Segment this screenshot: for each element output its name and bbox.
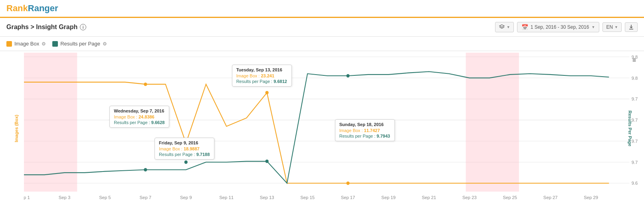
svg-text:Sep 15: Sep 15	[300, 195, 315, 200]
breadcrumb: Graphs > Insight Graph i	[6, 24, 86, 31]
svg-text:Sep 19: Sep 19	[381, 195, 396, 200]
layers-icon	[499, 24, 505, 30]
language-label: EN	[606, 24, 613, 30]
svg-text:Sep 21: Sep 21	[422, 195, 436, 200]
svg-text:9.8: 9.8	[632, 75, 638, 80]
lang-chevron-icon: ▼	[614, 25, 618, 29]
svg-text:Sep 27: Sep 27	[543, 195, 558, 200]
svg-text:Sep 13: Sep 13	[260, 195, 274, 200]
dot-sep13-results	[266, 160, 269, 163]
svg-text:Sep 17: Sep 17	[341, 195, 355, 200]
hamburger-menu-icon[interactable]: ≡	[632, 57, 636, 64]
svg-text:9.7: 9.7	[632, 160, 638, 165]
svg-text:Sep 11: Sep 11	[219, 195, 234, 200]
chevron-down-icon: ▼	[507, 25, 510, 29]
dot-sep7-imagebox	[144, 83, 147, 86]
svg-text:Sep 7: Sep 7	[140, 195, 151, 200]
legend-dot-imagebox	[6, 41, 12, 47]
svg-text:Sep 25: Sep 25	[503, 195, 517, 200]
app-header: RankRanger	[0, 0, 644, 18]
imagebox-line	[24, 82, 609, 183]
results-line	[24, 72, 609, 184]
svg-text:Sep 3: Sep 3	[59, 195, 70, 200]
legend-dot-results	[52, 41, 58, 47]
dot-sep18-results	[346, 74, 349, 77]
logo-rank: Rank	[6, 3, 28, 13]
legend-item-imagebox: Image Box ⚙	[6, 41, 46, 47]
svg-text:Sep 9: Sep 9	[180, 195, 192, 200]
gear-icon-results[interactable]: ⚙	[103, 41, 107, 47]
highlight-right	[466, 53, 519, 191]
svg-text:9.775: 9.775	[632, 97, 638, 101]
svg-marker-0	[499, 25, 504, 27]
svg-text:Sep 5: Sep 5	[99, 195, 111, 200]
download-icon	[628, 24, 634, 30]
legend-bar: Image Box ⚙ Results per Page ⚙	[0, 37, 644, 51]
info-icon[interactable]: i	[80, 24, 86, 30]
breadcrumb-text: Graphs > Insight Graph	[6, 24, 77, 31]
highlight-left	[24, 53, 77, 191]
legend-item-results: Results per Page ⚙	[52, 41, 107, 47]
layers-button[interactable]: ▼	[495, 22, 514, 32]
svg-text:Sep 23: Sep 23	[462, 195, 477, 200]
dot-sep18-imagebox	[346, 182, 349, 185]
gear-icon-imagebox[interactable]: ⚙	[42, 41, 46, 47]
date-range-button[interactable]: 📅 1 Sep, 2016 - 30 Sep, 2016 ▼	[517, 22, 600, 32]
chart-svg: 27.5 25 22.5 20 17.5 15 12.5 9.825 9.8 9…	[24, 53, 638, 204]
dot-sep7-results	[144, 168, 147, 171]
svg-text:9.675: 9.675	[632, 181, 638, 186]
dot-sep13-imagebox	[266, 91, 269, 94]
svg-text:Sep 1: Sep 1	[24, 195, 30, 200]
toolbar-right: ▼ 📅 1 Sep, 2016 - 30 Sep, 2016 ▼ EN ▼	[495, 22, 638, 32]
date-range-label: 1 Sep, 2016 - 30 Sep, 2016	[531, 24, 589, 30]
download-button[interactable]	[625, 22, 638, 32]
breadcrumb-bar: Graphs > Insight Graph i ▼ 📅 1 Sep, 2016…	[0, 18, 644, 37]
legend-label-imagebox: Image Box	[14, 41, 39, 47]
date-chevron-icon: ▼	[591, 25, 595, 29]
svg-text:Sep 29: Sep 29	[584, 195, 598, 200]
calendar-icon: 📅	[521, 24, 528, 30]
dot-sep9-imagebox	[184, 142, 188, 145]
logo-ranger: Ranger	[28, 3, 58, 13]
logo: RankRanger	[6, 3, 638, 14]
legend-label-results: Results per Page	[60, 41, 100, 47]
chart-container: Images (Box) Results Per Page ≡ 27.5 25 …	[0, 53, 644, 204]
y-axis-right-label: Results Per Page	[628, 111, 632, 146]
dot-sep9-results	[184, 160, 188, 164]
language-button[interactable]: EN ▼	[602, 22, 622, 32]
y-axis-left-label: Images (Box)	[14, 114, 19, 142]
